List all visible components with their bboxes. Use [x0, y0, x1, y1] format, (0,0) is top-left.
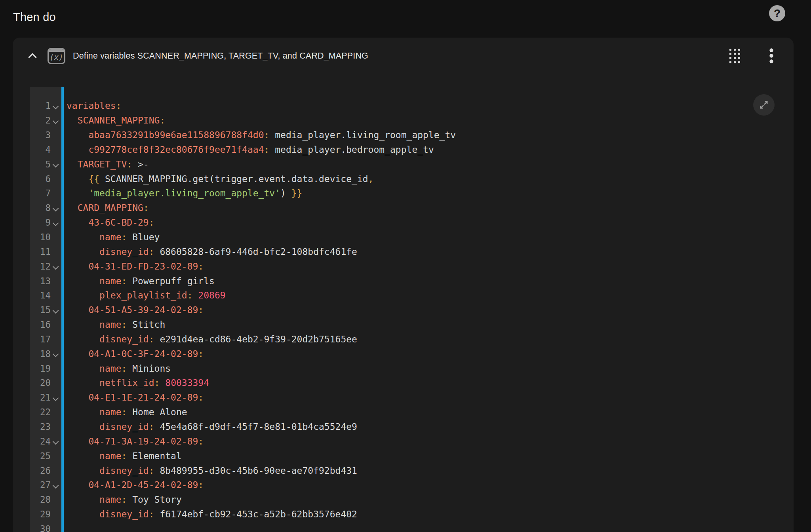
code-token: name — [99, 363, 121, 374]
code-line[interactable]: 13 name: Powerpuff girls — [30, 274, 794, 288]
code-line[interactable]: 16 name: Stitch — [30, 317, 794, 332]
line-number: 17 — [40, 334, 51, 344]
code-text: 04-E1-1E-21-24-02-89: — [61, 392, 204, 403]
gutter-cell: 17 — [30, 334, 61, 344]
code-line[interactable]: 5 TARGET_TV: >- — [30, 157, 794, 171]
gutter-cell: 29 — [30, 509, 61, 519]
code-token — [67, 174, 88, 184]
fold-chevron-icon[interactable] — [53, 483, 59, 489]
code-line[interactable]: 2 SCANNER_MAPPING: — [30, 113, 794, 128]
fold-slot — [51, 220, 61, 225]
code-line[interactable]: 12 04-31-ED-FD-23-02-89: — [30, 259, 794, 274]
line-number: 30 — [40, 524, 51, 532]
reorder-button[interactable] — [725, 46, 744, 65]
code-line[interactable]: 8 CARD_MAPPING: — [30, 201, 794, 215]
code-line[interactable]: 25 name: Elemental — [30, 448, 794, 463]
code-token: SCANNER_MAPPING.get(trigger.event.data.d… — [99, 174, 368, 184]
code-token: name — [99, 319, 121, 330]
fold-chevron-icon[interactable] — [53, 205, 59, 212]
code-token: >- — [132, 159, 149, 169]
code-line[interactable]: 18 04-A1-0C-3F-24-02-89: — [30, 346, 794, 361]
fold-slot — [51, 264, 61, 269]
code-line[interactable]: 27 04-A1-2D-45-24-02-89: — [30, 478, 794, 492]
gutter-cell: 1 — [30, 101, 61, 111]
code-token: 04-A1-2D-45-24-02-89 — [88, 480, 198, 490]
help-button[interactable]: ? — [769, 5, 785, 21]
code-line[interactable]: 11 disney_id: 68605828-6af9-446d-bfc2-10… — [30, 244, 794, 259]
code-token — [67, 247, 99, 257]
fold-chevron-icon[interactable] — [53, 162, 59, 168]
code-line[interactable]: 22 name: Home Alone — [30, 405, 794, 420]
code-line[interactable]: 17 disney_id: e291d4ea-cd86-4eb2-9f39-20… — [30, 332, 794, 347]
code-line[interactable]: 4 c992778cef8f32ec80676f9ee71f4aa4: medi… — [30, 142, 794, 157]
code-token: : — [198, 261, 204, 272]
code-token: Minions — [127, 363, 171, 374]
code-line[interactable]: 1variables: — [30, 99, 794, 113]
code-line[interactable]: 10 name: Bluey — [30, 230, 794, 245]
expand-editor-button[interactable] — [753, 94, 775, 116]
code-token: 80033394 — [160, 378, 209, 388]
line-number: 11 — [40, 247, 51, 257]
code-line[interactable]: 7 'media_player.living_room_apple_tv') }… — [30, 186, 794, 201]
code-token: name — [99, 407, 121, 417]
code-token: Stitch — [127, 319, 165, 330]
code-token: : — [121, 363, 127, 374]
gutter-cell: 7 — [30, 188, 61, 198]
code-token: Elemental — [127, 451, 181, 461]
gutter-cell: 30 — [30, 524, 61, 532]
line-number: 15 — [40, 305, 51, 315]
line-number: 20 — [40, 378, 51, 388]
code-token: : — [149, 334, 154, 344]
code-token — [67, 261, 88, 272]
code-token — [67, 392, 88, 403]
code-token: : — [160, 115, 165, 125]
code-line[interactable]: 14 plex_playlist_id: 20869 — [30, 288, 794, 303]
line-number: 5 — [45, 159, 51, 169]
code-token: variables — [67, 101, 116, 111]
line-number: 28 — [40, 494, 51, 505]
code-line[interactable]: 29 disney_id: f6174ebf-cb92-453c-a52b-62… — [30, 507, 794, 522]
code-line[interactable]: 19 name: Minions — [30, 361, 794, 376]
gutter-cell: 12 — [30, 261, 61, 272]
fold-chevron-icon[interactable] — [53, 395, 59, 401]
code-token: : — [121, 451, 127, 461]
fold-chevron-icon[interactable] — [53, 264, 59, 270]
code-text: disney_id: 68605828-6af9-446d-bfc2-108bd… — [61, 247, 357, 257]
code-token: 04-51-A5-39-24-02-89 — [88, 305, 198, 315]
code-line[interactable]: 24 04-71-3A-19-24-02-89: — [30, 434, 794, 448]
help-circle-icon: ? — [774, 7, 781, 20]
line-number: 4 — [45, 144, 51, 155]
code-text: 04-51-A5-39-24-02-89: — [61, 305, 204, 315]
code-line[interactable]: 30 — [30, 521, 794, 532]
code-line[interactable]: 28 name: Toy Story — [30, 492, 794, 507]
code-token: : — [264, 130, 270, 140]
code-line[interactable]: 15 04-51-A5-39-24-02-89: — [30, 303, 794, 317]
line-number: 29 — [40, 509, 51, 519]
fold-chevron-icon[interactable] — [53, 439, 59, 445]
code-line[interactable]: 6 {{ SCANNER_MAPPING.get(trigger.event.d… — [30, 171, 794, 186]
code-line[interactable]: 20 netflix_id: 80033394 — [30, 376, 794, 390]
code-line[interactable]: 23 disney_id: 45e4a68f-d9df-45f7-8e81-01… — [30, 420, 794, 434]
code-token: name — [99, 494, 121, 505]
variables-icon: (x) — [48, 48, 65, 64]
collapse-button[interactable] — [23, 46, 42, 65]
fold-chevron-icon[interactable] — [53, 103, 59, 110]
code-line[interactable]: 21 04-E1-1E-21-24-02-89: — [30, 390, 794, 405]
code-line[interactable]: 3 abaa7633291b99e6ae1158896788f4d0: medi… — [30, 128, 794, 142]
code-text: TARGET_TV: >- — [61, 159, 149, 169]
line-number: 13 — [40, 276, 51, 286]
line-number: 12 — [40, 261, 51, 272]
fold-chevron-icon[interactable] — [53, 307, 59, 314]
code-token — [67, 451, 99, 461]
code-line[interactable]: 26 disney_id: 8b489955-d30c-45b6-90ee-ae… — [30, 463, 794, 478]
fold-chevron-icon[interactable] — [53, 118, 59, 124]
code-token: media_player.bedroom_apple_tv — [269, 144, 434, 155]
yaml-code-editor[interactable]: 1variables:2 SCANNER_MAPPING:3 abaa76332… — [30, 87, 794, 532]
code-line[interactable]: 9 43-6C-BD-29: — [30, 215, 794, 230]
overflow-menu-button[interactable] — [762, 46, 781, 65]
fold-chevron-icon[interactable] — [53, 351, 59, 357]
fold-chevron-icon[interactable] — [53, 220, 59, 226]
code-token: : — [198, 436, 204, 446]
gutter-cell: 9 — [30, 217, 61, 228]
code-token: e291d4ea-cd86-4eb2-9f39-20d2b75165ee — [154, 334, 357, 344]
